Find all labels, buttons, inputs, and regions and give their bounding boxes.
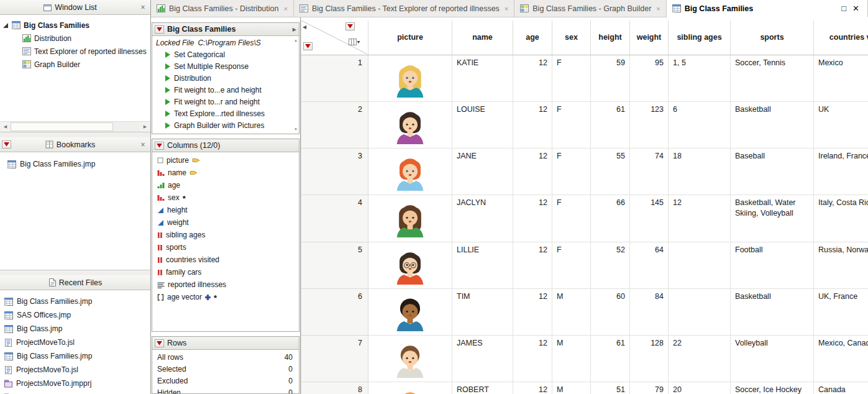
scroll-right-icon[interactable]: ▶	[140, 122, 150, 132]
sex-cell[interactable]: M	[552, 336, 591, 382]
recent-file-item[interactable]: ProjectsMoveTo.jmpprj	[0, 390, 150, 394]
age-cell[interactable]: 12	[513, 336, 552, 382]
panel-splitter[interactable]	[0, 132, 150, 137]
sibling-ages-cell[interactable]: 6	[669, 101, 731, 148]
scroll-up-icon[interactable]: ▲	[294, 39, 298, 42]
recent-file-item[interactable]: Big Class.jmp	[0, 322, 150, 336]
row-number[interactable]: 2	[301, 101, 368, 148]
maximize-icon[interactable]: □	[841, 4, 846, 12]
height-cell[interactable]: 51	[591, 382, 630, 394]
sports-cell[interactable]: Basketball	[731, 101, 814, 148]
table-menu-red-triangle-icon[interactable]	[155, 25, 164, 34]
name-cell[interactable]: TIM	[452, 288, 513, 335]
bookmark-item[interactable]: Big Class Families.jmp	[0, 157, 150, 171]
countries-cell[interactable]: UK	[814, 101, 868, 148]
row-number[interactable]: 1	[301, 55, 368, 101]
tab-close-icon[interactable]: ×	[656, 5, 660, 12]
recent-file-item[interactable]: ProjectsMoveTo.jsl	[0, 363, 150, 377]
name-cell[interactable]: JAMES	[452, 336, 513, 382]
sibling-ages-cell[interactable]: 18	[669, 149, 731, 195]
collapse-splitter-icon[interactable]: ◀	[303, 24, 306, 30]
rows-menu-red-triangle-icon[interactable]	[303, 42, 313, 50]
bookmarks-close-icon[interactable]: ×	[138, 140, 148, 149]
columns-menu-red-triangle-icon[interactable]	[155, 142, 164, 150]
row-number[interactable]: 5	[301, 242, 368, 288]
column-item-sibling-ages[interactable]: sibling ages	[152, 229, 299, 241]
tree-item-text-explorer[interactable]: Text Explorer of reported illnesses	[0, 45, 150, 58]
column-item-name[interactable]: name	[152, 167, 299, 179]
sibling-ages-cell[interactable]: 22	[669, 336, 731, 382]
name-cell[interactable]: KATIE	[452, 55, 513, 101]
sports-cell[interactable]: Soccer, Ice Hockey	[731, 382, 814, 394]
column-header-picture[interactable]: picture	[368, 21, 452, 55]
tab-3[interactable]: Big Class Families - Graph Builder×	[514, 0, 666, 17]
age-cell[interactable]: 12	[513, 149, 552, 195]
row-number[interactable]: 4	[301, 195, 368, 242]
weight-cell[interactable]: 128	[630, 336, 669, 382]
sex-cell[interactable]: F	[552, 55, 591, 101]
sports-cell[interactable]: Basketball, Water Skiing, Volleyball	[731, 195, 814, 242]
recent-file-item[interactable]: Big Class Families.jmp	[0, 349, 150, 363]
table-script-item[interactable]: Set Multiple Response	[152, 60, 299, 72]
column-header-sex[interactable]: sex	[552, 21, 591, 55]
table-script-item[interactable]: Fit weight to...e and height	[152, 84, 299, 96]
sports-cell[interactable]: Football	[731, 242, 814, 288]
age-cell[interactable]: 12	[513, 288, 552, 335]
countries-cell[interactable]: Canada	[814, 382, 868, 394]
column-selector-icon[interactable]	[349, 38, 360, 46]
picture-cell[interactable]	[368, 149, 452, 195]
row-number[interactable]: 3	[301, 149, 368, 195]
window-list-close-icon[interactable]: ×	[138, 3, 148, 12]
table-script-item[interactable]: Graph Builder with Pictures	[152, 119, 299, 131]
countries-cell[interactable]: Russia, Norway	[814, 242, 868, 288]
column-header-countries-visited[interactable]: countries visited	[814, 21, 868, 55]
column-item-reported-illnesses[interactable]: reported illnesses	[152, 278, 299, 291]
weight-cell[interactable]: 74	[630, 149, 669, 195]
column-header-weight[interactable]: weight	[630, 21, 669, 55]
countries-cell[interactable]: Ireland, France	[814, 149, 868, 195]
sex-cell[interactable]: M	[552, 382, 591, 394]
tab-2[interactable]: Big Class Families - Text Explorer of re…	[294, 0, 514, 17]
column-item-picture[interactable]: picture	[152, 154, 299, 167]
age-cell[interactable]: 12	[513, 55, 552, 101]
row-number[interactable]: 6	[301, 288, 368, 335]
column-item-weight[interactable]: weight	[152, 216, 299, 229]
hscrollbar-track[interactable]	[113, 122, 140, 132]
table-script-item[interactable]: Text Explore...rted illnesses	[152, 108, 299, 119]
sibling-ages-cell[interactable]: 20	[669, 382, 731, 394]
sex-cell[interactable]: F	[552, 149, 591, 195]
name-cell[interactable]: JACLYN	[452, 195, 513, 242]
table-script-item[interactable]: Set Categorical	[152, 48, 299, 60]
rows-menu-red-triangle-icon[interactable]	[155, 339, 164, 347]
age-cell[interactable]: 12	[513, 195, 552, 242]
height-cell[interactable]: 66	[591, 195, 630, 242]
hscrollbar-thumb[interactable]	[11, 122, 113, 131]
tab-1[interactable]: Big Class Families - Distribution×	[151, 0, 294, 17]
column-item-sex[interactable]: sex*	[152, 191, 299, 204]
row-number[interactable]: 8	[301, 382, 368, 394]
picture-cell[interactable]	[368, 336, 452, 382]
sibling-ages-cell[interactable]	[669, 242, 731, 288]
sports-cell[interactable]: Soccer, Tennis	[731, 55, 814, 101]
sex-cell[interactable]: F	[552, 101, 591, 148]
countries-cell[interactable]: Mexico, Canada	[814, 336, 868, 382]
sex-cell[interactable]: F	[552, 195, 591, 242]
recent-file-item[interactable]: SAS Offices.jmp	[0, 308, 150, 322]
height-cell[interactable]: 61	[591, 336, 630, 382]
column-item-age[interactable]: age	[152, 179, 299, 191]
scroll-left-icon[interactable]: ◀	[0, 122, 11, 132]
column-item-countries-visited[interactable]: countries visited	[152, 254, 299, 266]
name-cell[interactable]: ROBERT	[452, 382, 513, 394]
row-number[interactable]: 7	[301, 336, 368, 382]
tree-item-graph-builder[interactable]: Graph Builder	[0, 58, 150, 71]
weight-cell[interactable]: 64	[630, 242, 669, 288]
column-item-sports[interactable]: sports	[152, 241, 299, 254]
tab-4[interactable]: Big Class Families□✕	[667, 0, 868, 17]
table-script-item[interactable]: Fit weight to...r and height	[152, 96, 299, 108]
height-cell[interactable]: 61	[591, 101, 630, 148]
weight-cell[interactable]: 123	[630, 101, 669, 148]
age-cell[interactable]: 12	[513, 382, 552, 394]
tree-item-big-class-families[interactable]: Big Class Families	[0, 19, 150, 32]
height-cell[interactable]: 52	[591, 242, 630, 288]
recent-file-item[interactable]: ProjectMoveTo.jsl	[0, 336, 150, 349]
